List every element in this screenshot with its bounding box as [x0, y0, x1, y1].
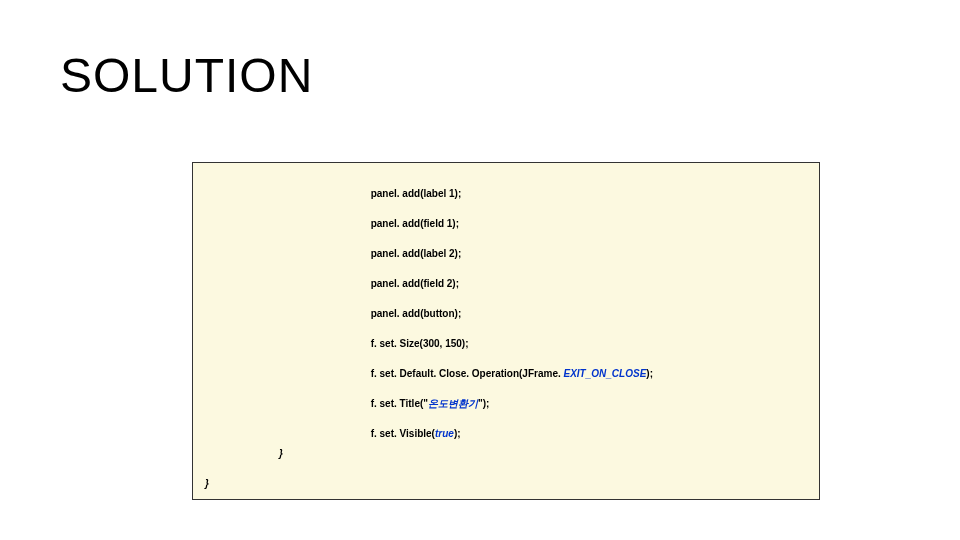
slide-title: SOLUTION — [60, 48, 313, 103]
code-text: panel. add(button); — [371, 308, 462, 319]
code-line-7: f. set. Default. Close. Operation(JFrame… — [354, 359, 653, 389]
code-line-1: panel. add(label 1); — [354, 179, 461, 209]
code-box: panel. add(label 1); panel. add(field 1)… — [192, 162, 820, 500]
code-brace-2: } — [205, 479, 209, 489]
code-text: panel. add(label 1); — [371, 188, 462, 199]
code-line-5: panel. add(button); — [354, 299, 461, 329]
code-text: f. set. Title(" — [371, 398, 428, 409]
code-line-9: f. set. Visible(true); — [354, 419, 461, 449]
code-text: f. set. Default. Close. Operation(JFrame… — [371, 368, 564, 379]
code-text: "); — [478, 398, 489, 409]
code-string: 온도변환기 — [428, 398, 478, 409]
code-text: ); — [454, 428, 461, 439]
code-text: f. set. Size(300, 150); — [371, 338, 469, 349]
code-line-6: f. set. Size(300, 150); — [354, 329, 469, 359]
code-keyword: true — [435, 428, 454, 439]
code-text: panel. add(field 1); — [371, 218, 459, 229]
code-brace-1: } — [279, 449, 283, 459]
code-text: f. set. Visible( — [371, 428, 435, 439]
code-line-2: panel. add(field 1); — [354, 209, 459, 239]
code-text: panel. add(field 2); — [371, 278, 459, 289]
code-text: panel. add(label 2); — [371, 248, 462, 259]
code-line-3: panel. add(label 2); — [354, 239, 461, 269]
code-line-8: f. set. Title("온도변환기"); — [354, 389, 489, 419]
code-line-4: panel. add(field 2); — [354, 269, 459, 299]
code-text: ); — [646, 368, 653, 379]
slide: SOLUTION panel. add(label 1); panel. add… — [0, 0, 960, 540]
code-keyword: EXIT_ON_CLOSE — [564, 368, 647, 379]
